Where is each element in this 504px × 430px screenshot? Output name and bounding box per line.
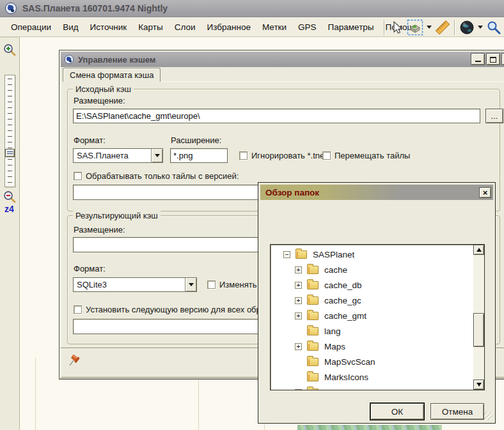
map-tile-line <box>441 423 442 430</box>
expand-toggle[interactable]: + <box>295 389 302 391</box>
move-tiles-checkbox[interactable]: Перемещать тайлы <box>322 151 410 160</box>
zoom-slider-ticks <box>8 79 12 183</box>
collapse-toggle[interactable]: − <box>283 251 290 258</box>
zoom-slider-thumb[interactable] <box>5 149 15 157</box>
source-format-value: SAS.Планета <box>74 151 151 160</box>
expand-toggle[interactable]: + <box>295 282 302 289</box>
scrollbar-thumb[interactable] <box>473 313 484 347</box>
scroll-up-button[interactable] <box>473 245 484 255</box>
selection-tool-button[interactable] <box>406 19 425 36</box>
tree-item-cache-gmt[interactable]: + cache_gmt <box>271 308 473 323</box>
fullmap-dropdown[interactable] <box>478 26 483 29</box>
source-location-input[interactable] <box>73 109 480 123</box>
minimize-button[interactable] <box>471 53 485 65</box>
combo-dropdown-button[interactable] <box>151 149 162 162</box>
chevron-down-icon <box>155 154 160 157</box>
checkbox-icon[interactable] <box>207 280 216 289</box>
cancel-button-label: Отмена <box>442 407 473 417</box>
ruler-icon <box>434 19 451 36</box>
folder-icon <box>307 266 319 274</box>
tree-item-mapsvcscan[interactable]: MapSvcScan <box>271 354 473 369</box>
close-icon: × <box>483 188 488 197</box>
fullmap-tool-button[interactable] <box>458 19 476 36</box>
set-version-checkbox[interactable]: Установить следующую версию для всех обр <box>74 305 261 314</box>
search-button[interactable] <box>485 19 503 36</box>
main-toolbar <box>381 18 503 36</box>
menu-source[interactable]: Источник <box>84 20 133 35</box>
expand-toggle[interactable]: + <box>295 266 302 273</box>
close-button[interactable]: × <box>501 53 504 65</box>
menu-favorites[interactable]: Избранное <box>201 20 256 35</box>
search-icon <box>486 20 501 35</box>
ignore-tne-checkbox[interactable]: Игнорировать *.tne <box>239 151 324 160</box>
ok-button[interactable]: ОК <box>370 403 424 420</box>
tree-item-marksicons[interactable]: MarksIcons <box>271 369 473 385</box>
map-tile-line <box>198 380 199 430</box>
move-tiles-label: Перемещать тайлы <box>335 151 410 160</box>
checkbox-icon[interactable] <box>74 172 82 180</box>
menu-marks[interactable]: Метки <box>256 20 292 35</box>
cache-dialog-titlebar[interactable]: Управление кэшем <box>61 52 504 67</box>
tree-scrollbar[interactable] <box>473 245 484 390</box>
browse-dialog-title: Обзор папок <box>265 188 319 197</box>
zoom-slider[interactable] <box>4 75 15 187</box>
cursor-icon <box>390 20 403 35</box>
app-titlebar[interactable]: SAS.Планета 160701.9474 Nightly <box>0 0 504 17</box>
tree-item-maps[interactable]: + Maps <box>271 339 473 354</box>
cache-dialog-title: Управление кэшем <box>78 55 155 65</box>
dest-format-combo[interactable]: SQLite3 <box>73 277 197 292</box>
set-version-label: Установить следующую версию для всех обр <box>86 305 261 314</box>
folder-tree-rows: − SASPlanet + cache + cache_db + <box>271 247 473 390</box>
toolbar-separator <box>384 20 385 35</box>
only-versioned-checkbox[interactable]: Обрабатывать только тайлы с версией: <box>74 171 239 181</box>
folder-tree[interactable]: − SASPlanet + cache + cache_db + <box>270 244 485 390</box>
tab-cache-format[interactable]: Смена формата кэша <box>63 68 161 82</box>
folder-icon <box>307 296 319 305</box>
menu-view[interactable]: Вид <box>57 20 84 35</box>
expand-toggle[interactable]: + <box>295 343 302 350</box>
tree-item-cache-db[interactable]: + cache_db <box>271 277 473 293</box>
maximize-button[interactable] <box>486 53 500 65</box>
arrow-up-icon <box>476 248 482 252</box>
checkbox-icon[interactable] <box>239 151 248 160</box>
cursor-tool-button[interactable] <box>388 19 406 36</box>
change-checkbox[interactable]: Изменять <box>207 280 256 289</box>
folder-icon <box>307 358 319 366</box>
scroll-down-button[interactable] <box>473 380 484 390</box>
dialog-icon <box>64 54 74 65</box>
menu-operations[interactable]: Операции <box>5 20 57 35</box>
cancel-button[interactable]: Отмена <box>430 403 484 420</box>
menu-maps[interactable]: Карты <box>132 20 168 35</box>
combo-dropdown-button[interactable] <box>185 278 196 291</box>
expand-toggle[interactable]: + <box>295 297 302 304</box>
source-browse-button[interactable]: ... <box>485 109 503 123</box>
tree-item-clipped[interactable]: + <box>271 385 473 390</box>
menu-gps[interactable]: GPS <box>292 20 322 35</box>
pin-button[interactable] <box>67 352 80 369</box>
dest-format-value: SQLite3 <box>74 280 185 289</box>
zoom-out-icon <box>3 190 17 204</box>
browse-folders-dialog: Обзор папок × − SASPlanet + cache + <box>258 182 496 424</box>
minimize-icon <box>475 60 481 62</box>
checkbox-icon[interactable] <box>74 305 82 314</box>
extension-input[interactable] <box>170 148 228 163</box>
source-format-label: Формат: <box>74 135 106 145</box>
checkbox-icon[interactable] <box>322 151 331 160</box>
folder-icon <box>307 327 319 335</box>
menu-layers[interactable]: Слои <box>169 20 201 35</box>
zoom-in-button[interactable] <box>3 43 17 59</box>
tree-item-lang[interactable]: lang <box>271 323 473 339</box>
resize-grip[interactable] <box>484 412 492 420</box>
browse-close-button[interactable]: × <box>479 187 491 198</box>
browse-dialog-titlebar[interactable]: Обзор папок <box>260 185 493 200</box>
source-format-combo[interactable]: SAS.Планета <box>73 148 163 163</box>
expand-toggle[interactable]: + <box>295 312 302 319</box>
ruler-tool-button[interactable] <box>434 19 452 36</box>
tree-item-cache[interactable]: + cache <box>271 262 473 277</box>
globe-icon <box>459 20 475 35</box>
selection-tool-dropdown[interactable] <box>427 26 432 29</box>
menu-settings[interactable]: Параметры <box>322 20 380 35</box>
tree-item-cache-gc[interactable]: + cache_gc <box>271 293 473 308</box>
tree-item-sasplanet[interactable]: − SASPlanet <box>271 247 473 262</box>
zoom-sidebar: z4 <box>0 37 20 430</box>
